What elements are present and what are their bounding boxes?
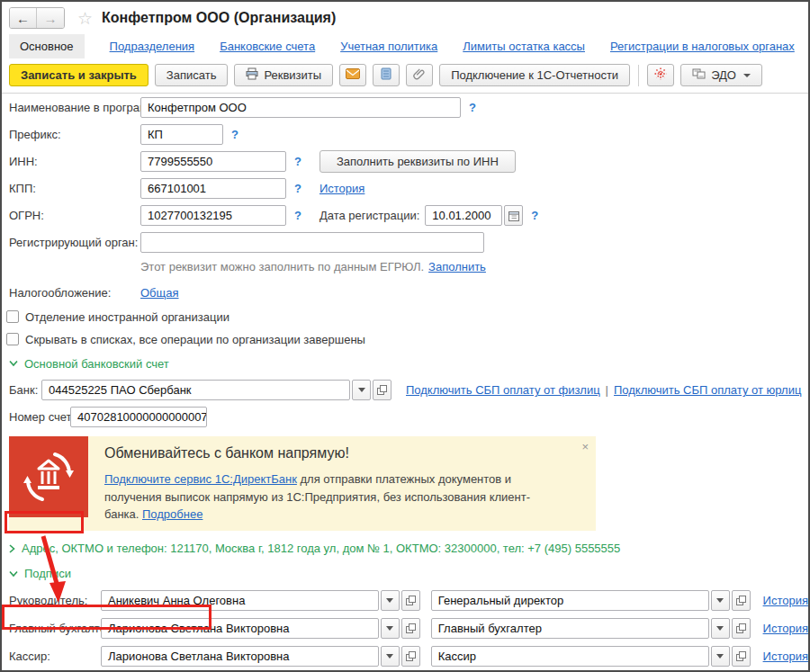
window-header: ← → ☆ Конфетпром ООО (Организация) (2, 2, 808, 32)
open-icon (736, 596, 746, 605)
inn-input[interactable]: 7799555550 (140, 151, 286, 172)
email-button[interactable] (339, 64, 366, 86)
chevron-down-icon (358, 388, 365, 392)
bank-open-button[interactable] (373, 380, 392, 400)
requisites-button[interactable]: Реквизиты (234, 64, 333, 86)
section-signatures[interactable]: Подписи (9, 565, 808, 583)
chevron-down-icon (386, 654, 393, 659)
edo-button[interactable]: ЭДО (680, 64, 762, 86)
cashier-position-open-button[interactable] (732, 646, 751, 667)
cashier-dropdown-button[interactable] (381, 646, 400, 667)
manager-position-input[interactable]: Генеральный директор (431, 590, 709, 611)
directbank-service-link[interactable]: Подключите сервис 1С:ДиректБанк (104, 472, 297, 486)
save-button[interactable]: Записать (155, 64, 229, 86)
egrul-fill-link[interactable]: Заполнить (428, 260, 486, 273)
kpp-history-link[interactable]: История (320, 182, 364, 195)
tab-tax-registrations[interactable]: Регистрации в налоговых органах (610, 40, 795, 53)
chief-accountant-position-open-button[interactable] (732, 618, 751, 639)
foreign-branch-checkbox[interactable] (6, 310, 19, 323)
name-help-icon[interactable]: ? (469, 101, 476, 114)
open-icon (406, 596, 416, 605)
connect-1c-reporting-button[interactable]: Подключение к 1С-Отчетности (439, 64, 630, 86)
cashier-history-link[interactable]: История (763, 650, 808, 663)
chevron-down-icon (386, 626, 393, 631)
favorite-star-icon[interactable]: ☆ (77, 8, 93, 29)
chief-accountant-history-link[interactable]: История (763, 622, 808, 635)
taxation-label: Налогообложение: (9, 286, 140, 300)
manager-name-input[interactable]: Аникевич Анна Олеговна (101, 590, 379, 611)
account-number-label: Номер счета: (9, 410, 70, 424)
attachments-button[interactable] (406, 64, 433, 86)
name-input[interactable]: Конфетпром ООО (140, 97, 461, 118)
bank-dropdown-button[interactable] (352, 380, 371, 400)
save-and-close-button[interactable]: Записать и закрыть (9, 64, 148, 86)
manager-open-button[interactable] (401, 590, 420, 611)
chevron-down-icon (716, 654, 724, 659)
starburst-icon (654, 67, 667, 83)
reg-date-label: Дата регистрации: (320, 209, 419, 222)
dossier-button[interactable] (373, 64, 400, 86)
toolbar-separator (638, 65, 639, 86)
chief-accountant-position-dropdown-button[interactable] (711, 618, 730, 639)
foreign-branch-row: Отделение иностранной организации (6, 309, 808, 324)
taxation-link[interactable]: Общая (140, 286, 179, 300)
ogrn-help-icon[interactable]: ? (294, 209, 302, 222)
prefix-help-icon[interactable]: ? (231, 128, 238, 141)
tab-subdivisions[interactable]: Подразделения (110, 40, 195, 53)
close-icon[interactable]: × (581, 440, 589, 453)
manager-position-open-button[interactable] (732, 590, 751, 611)
prefix-input[interactable]: КП (140, 124, 223, 145)
envelope-icon (346, 68, 360, 82)
tab-cash-limits[interactable]: Лимиты остатка кассы (463, 40, 585, 53)
edo-documents-icon (692, 68, 706, 82)
section-address[interactable]: Адрес, ОКТМО и телефон: 121170, Москва г… (9, 540, 808, 558)
kpp-help-icon[interactable]: ? (294, 182, 302, 195)
cashier-row: Кассир: Ларионова Светлана Викторовна Ка… (9, 646, 808, 667)
printer-icon (246, 67, 258, 83)
account-number-input[interactable]: 40702810000000000007 (70, 407, 207, 427)
manager-position-dropdown-button[interactable] (711, 590, 730, 611)
cashier-open-button[interactable] (401, 646, 420, 667)
tab-bank-accounts[interactable]: Банковские счета (220, 40, 315, 53)
forward-button[interactable]: → (37, 8, 64, 28)
ogrn-input[interactable]: 1027700132195 (140, 205, 286, 226)
back-button[interactable]: ← (10, 8, 37, 28)
nav-button-group: ← → (9, 7, 65, 29)
chevron-down-icon (9, 360, 18, 367)
open-icon (406, 651, 416, 661)
kpp-input[interactable]: 667101001 (140, 178, 286, 199)
tab-main[interactable]: Основное (9, 34, 85, 58)
discussions-button[interactable] (647, 64, 674, 86)
chief-accountant-position-input[interactable]: Главный бухгалтер (431, 618, 709, 639)
banner-more-link[interactable]: Подробнее (142, 507, 202, 521)
open-icon (406, 623, 416, 633)
page-title: Конфетпром ООО (Организация) (102, 10, 336, 26)
hide-in-lists-checkbox[interactable] (6, 333, 19, 345)
chief-accountant-name-input[interactable]: Ларионова Светлана Викторовна (101, 618, 379, 639)
cashier-position-input[interactable]: Кассир (431, 646, 709, 667)
sbp-separator: | (606, 383, 608, 397)
reg-date-input[interactable]: 10.01.2000 (425, 205, 502, 226)
manager-history-link[interactable]: История (763, 594, 808, 607)
chief-accountant-open-button[interactable] (401, 618, 420, 639)
bank-input[interactable]: 044525225 ПАО Сбербанк (41, 380, 350, 400)
tab-accounting-policy[interactable]: Учетная политика (340, 40, 437, 53)
back-icon: ← (16, 11, 30, 26)
inn-help-icon[interactable]: ? (294, 155, 302, 168)
sbp-legal-link[interactable]: Подключить СБП оплату от юрлиц (614, 383, 801, 397)
hide-in-lists-label: Скрывать в списках, все операции по орга… (25, 333, 365, 346)
manager-dropdown-button[interactable] (381, 590, 400, 611)
chief-accountant-dropdown-button[interactable] (381, 618, 400, 639)
sbp-individuals-link[interactable]: Подключить СБП оплату от физлиц (406, 383, 600, 397)
banner-title: Обменивайтесь с банком напрямую! (104, 445, 536, 461)
chief-accountant-label: Главный бухгалтер: (9, 622, 101, 635)
section-main-bank-account[interactable]: Основной банковский счет (9, 354, 808, 372)
fill-by-inn-button[interactable]: Заполнить реквизиты по ИНН (320, 150, 516, 173)
calendar-icon[interactable] (504, 205, 523, 226)
reg-date-help-icon[interactable]: ? (531, 209, 538, 222)
reg-organ-input[interactable] (140, 232, 484, 253)
open-icon (736, 651, 746, 661)
cashier-position-dropdown-button[interactable] (711, 646, 730, 667)
open-icon (377, 385, 387, 395)
cashier-name-input[interactable]: Ларионова Светлана Викторовна (101, 646, 379, 667)
